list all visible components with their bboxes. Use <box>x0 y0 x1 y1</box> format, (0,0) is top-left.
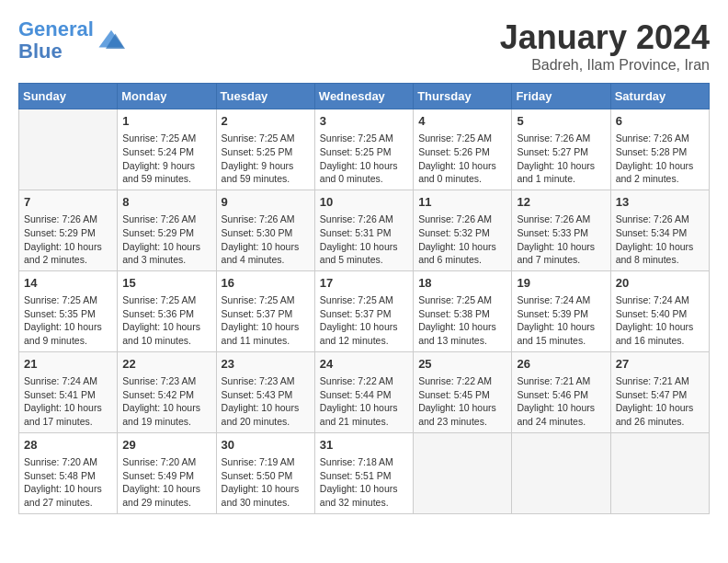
calendar-cell: 21Sunrise: 7:24 AMSunset: 5:41 PMDayligh… <box>19 351 118 432</box>
calendar-cell: 28Sunrise: 7:20 AMSunset: 5:48 PMDayligh… <box>19 432 118 513</box>
day-info: Sunrise: 7:25 AMSunset: 5:36 PMDaylight:… <box>122 293 210 348</box>
day-number: 31 <box>320 437 408 454</box>
day-info: Sunrise: 7:21 AMSunset: 5:46 PMDaylight:… <box>517 374 605 429</box>
day-info: Sunrise: 7:23 AMSunset: 5:42 PMDaylight:… <box>122 374 210 429</box>
day-number: 21 <box>24 356 112 373</box>
day-number: 16 <box>222 275 310 292</box>
calendar-cell: 5Sunrise: 7:26 AMSunset: 5:27 PMDaylight… <box>512 109 610 190</box>
day-info: Sunrise: 7:26 AMSunset: 5:34 PMDaylight:… <box>616 213 704 267</box>
calendar-cell <box>414 432 512 513</box>
calendar-cell: 6Sunrise: 7:26 AMSunset: 5:28 PMDaylight… <box>610 109 709 190</box>
weekday-header-cell: Friday <box>512 84 610 109</box>
calendar-cell: 16Sunrise: 7:25 AMSunset: 5:37 PMDayligh… <box>216 270 314 351</box>
day-number: 5 <box>517 113 605 130</box>
day-info: Sunrise: 7:26 AMSunset: 5:30 PMDaylight:… <box>222 213 310 267</box>
calendar-cell: 27Sunrise: 7:21 AMSunset: 5:47 PMDayligh… <box>610 351 709 432</box>
day-info: Sunrise: 7:25 AMSunset: 5:26 PMDaylight:… <box>418 132 506 186</box>
day-info: Sunrise: 7:25 AMSunset: 5:24 PMDaylight:… <box>122 132 210 186</box>
calendar-cell: 30Sunrise: 7:19 AMSunset: 5:50 PMDayligh… <box>216 432 314 513</box>
day-number: 26 <box>517 356 605 373</box>
day-number: 11 <box>418 194 506 211</box>
day-number: 4 <box>418 113 506 130</box>
day-number: 8 <box>122 194 210 211</box>
calendar-cell: 1Sunrise: 7:25 AMSunset: 5:24 PMDaylight… <box>118 109 216 190</box>
day-number: 6 <box>616 113 704 130</box>
title-block: January 2024 Badreh, Ilam Province, Iran <box>500 18 710 74</box>
calendar-cell: 10Sunrise: 7:26 AMSunset: 5:31 PMDayligh… <box>314 190 413 270</box>
day-info: Sunrise: 7:24 AMSunset: 5:41 PMDaylight:… <box>24 374 112 429</box>
day-number: 14 <box>24 275 112 292</box>
day-info: Sunrise: 7:26 AMSunset: 5:29 PMDaylight:… <box>122 213 210 267</box>
weekday-header-row: SundayMondayTuesdayWednesdayThursdayFrid… <box>19 84 710 109</box>
day-number: 2 <box>222 113 310 130</box>
calendar-cell <box>610 432 709 513</box>
day-number: 23 <box>222 356 310 373</box>
day-info: Sunrise: 7:26 AMSunset: 5:29 PMDaylight:… <box>24 213 112 267</box>
calendar-week-row: 7Sunrise: 7:26 AMSunset: 5:29 PMDaylight… <box>19 190 710 270</box>
calendar-cell: 26Sunrise: 7:21 AMSunset: 5:46 PMDayligh… <box>512 351 610 432</box>
calendar-cell: 12Sunrise: 7:26 AMSunset: 5:33 PMDayligh… <box>512 190 610 270</box>
calendar-cell: 19Sunrise: 7:24 AMSunset: 5:39 PMDayligh… <box>512 270 610 351</box>
day-info: Sunrise: 7:24 AMSunset: 5:39 PMDaylight:… <box>517 293 605 348</box>
logo-icon <box>97 27 125 54</box>
day-info: Sunrise: 7:25 AMSunset: 5:38 PMDaylight:… <box>418 293 506 348</box>
day-info: Sunrise: 7:20 AMSunset: 5:48 PMDaylight:… <box>24 455 112 510</box>
calendar-table: SundayMondayTuesdayWednesdayThursdayFrid… <box>18 83 710 514</box>
day-number: 3 <box>320 113 408 130</box>
calendar-week-row: 28Sunrise: 7:20 AMSunset: 5:48 PMDayligh… <box>19 432 710 513</box>
calendar-title: January 2024 <box>500 18 710 57</box>
page-header: GeneralBlue January 2024 Badreh, Ilam Pr… <box>18 18 710 74</box>
calendar-week-row: 14Sunrise: 7:25 AMSunset: 5:35 PMDayligh… <box>19 270 710 351</box>
calendar-cell: 17Sunrise: 7:25 AMSunset: 5:37 PMDayligh… <box>314 270 413 351</box>
calendar-cell: 31Sunrise: 7:18 AMSunset: 5:51 PMDayligh… <box>314 432 413 513</box>
calendar-cell <box>512 432 610 513</box>
day-info: Sunrise: 7:25 AMSunset: 5:25 PMDaylight:… <box>222 132 310 186</box>
day-number: 10 <box>320 194 408 211</box>
calendar-cell: 18Sunrise: 7:25 AMSunset: 5:38 PMDayligh… <box>414 270 512 351</box>
calendar-cell: 24Sunrise: 7:22 AMSunset: 5:44 PMDayligh… <box>314 351 413 432</box>
calendar-cell: 20Sunrise: 7:24 AMSunset: 5:40 PMDayligh… <box>610 270 709 351</box>
calendar-week-row: 1Sunrise: 7:25 AMSunset: 5:24 PMDaylight… <box>19 109 710 190</box>
day-number: 20 <box>616 275 704 292</box>
day-number: 15 <box>122 275 210 292</box>
day-info: Sunrise: 7:22 AMSunset: 5:44 PMDaylight:… <box>320 374 408 429</box>
day-info: Sunrise: 7:25 AMSunset: 5:25 PMDaylight:… <box>320 132 408 186</box>
calendar-cell: 22Sunrise: 7:23 AMSunset: 5:42 PMDayligh… <box>118 351 216 432</box>
calendar-cell: 3Sunrise: 7:25 AMSunset: 5:25 PMDaylight… <box>314 109 413 190</box>
day-info: Sunrise: 7:20 AMSunset: 5:49 PMDaylight:… <box>122 455 210 510</box>
calendar-cell: 13Sunrise: 7:26 AMSunset: 5:34 PMDayligh… <box>610 190 709 270</box>
calendar-cell: 11Sunrise: 7:26 AMSunset: 5:32 PMDayligh… <box>414 190 512 270</box>
calendar-cell: 23Sunrise: 7:23 AMSunset: 5:43 PMDayligh… <box>216 351 314 432</box>
calendar-body: 1Sunrise: 7:25 AMSunset: 5:24 PMDaylight… <box>19 109 710 514</box>
day-number: 12 <box>517 194 605 211</box>
calendar-cell: 9Sunrise: 7:26 AMSunset: 5:30 PMDaylight… <box>216 190 314 270</box>
day-number: 13 <box>616 194 704 211</box>
calendar-cell: 4Sunrise: 7:25 AMSunset: 5:26 PMDaylight… <box>414 109 512 190</box>
day-info: Sunrise: 7:26 AMSunset: 5:27 PMDaylight:… <box>517 132 605 186</box>
weekday-header-cell: Sunday <box>19 84 118 109</box>
day-number: 29 <box>122 437 210 454</box>
day-info: Sunrise: 7:25 AMSunset: 5:37 PMDaylight:… <box>222 293 310 348</box>
day-info: Sunrise: 7:25 AMSunset: 5:37 PMDaylight:… <box>320 293 408 348</box>
day-info: Sunrise: 7:23 AMSunset: 5:43 PMDaylight:… <box>222 374 310 429</box>
calendar-cell: 8Sunrise: 7:26 AMSunset: 5:29 PMDaylight… <box>118 190 216 270</box>
day-number: 19 <box>517 275 605 292</box>
day-info: Sunrise: 7:26 AMSunset: 5:28 PMDaylight:… <box>616 132 704 186</box>
day-info: Sunrise: 7:24 AMSunset: 5:40 PMDaylight:… <box>616 293 704 348</box>
calendar-cell: 25Sunrise: 7:22 AMSunset: 5:45 PMDayligh… <box>414 351 512 432</box>
logo-text: GeneralBlue <box>18 18 94 63</box>
day-number: 24 <box>320 356 408 373</box>
calendar-cell <box>19 109 118 190</box>
day-info: Sunrise: 7:26 AMSunset: 5:33 PMDaylight:… <box>517 213 605 267</box>
day-info: Sunrise: 7:26 AMSunset: 5:32 PMDaylight:… <box>418 213 506 267</box>
day-number: 1 <box>122 113 210 130</box>
day-number: 17 <box>320 275 408 292</box>
day-info: Sunrise: 7:26 AMSunset: 5:31 PMDaylight:… <box>320 213 408 267</box>
calendar-cell: 29Sunrise: 7:20 AMSunset: 5:49 PMDayligh… <box>118 432 216 513</box>
day-number: 28 <box>24 437 112 454</box>
calendar-cell: 14Sunrise: 7:25 AMSunset: 5:35 PMDayligh… <box>19 270 118 351</box>
day-info: Sunrise: 7:25 AMSunset: 5:35 PMDaylight:… <box>24 293 112 348</box>
day-number: 22 <box>122 356 210 373</box>
day-number: 27 <box>616 356 704 373</box>
day-info: Sunrise: 7:22 AMSunset: 5:45 PMDaylight:… <box>418 374 506 429</box>
